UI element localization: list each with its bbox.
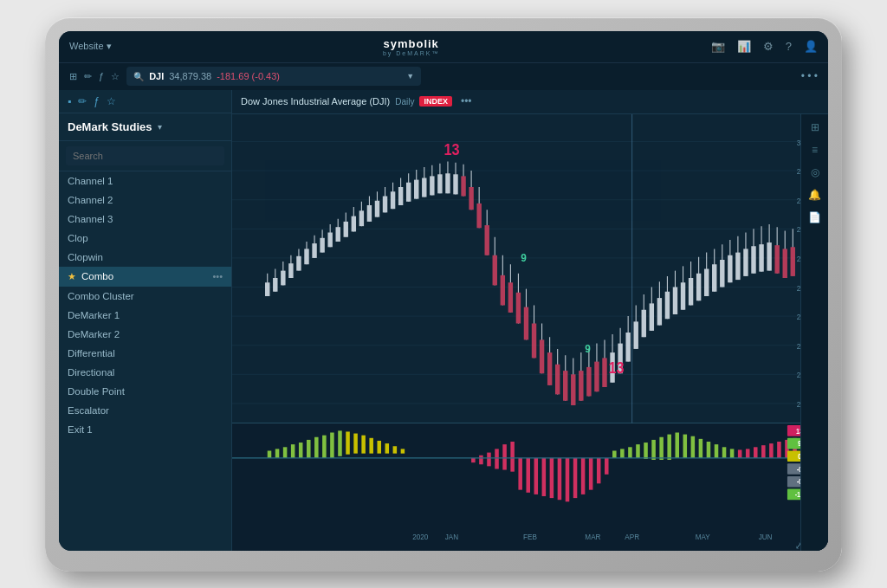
sidebar-item-label: Channel 2 [68,195,113,205]
sidebar-search-input[interactable] [66,146,224,165]
svg-rect-171 [471,457,476,462]
svg-rect-47 [398,187,403,205]
svg-rect-189 [612,450,617,457]
settings-icon[interactable]: ⚙ [763,40,774,53]
svg-rect-17 [281,270,285,285]
sidebar-item[interactable]: Directional [59,363,231,382]
func2-icon[interactable]: ƒ [94,95,100,107]
edit-icon[interactable]: ✏ [78,95,87,107]
svg-rect-73 [501,275,505,305]
svg-rect-164 [361,435,366,453]
sidebar-item[interactable]: Double Point [59,382,231,401]
sidebar-item-label: Exit 1 [68,424,93,435]
sidebar-item[interactable]: Combo Cluster [59,287,231,306]
sidebar-item[interactable]: Clopwin [59,248,231,267]
pin-icon[interactable]: ▪ [68,95,71,107]
svg-rect-198 [683,434,688,457]
sidebar-item-label: Directional [68,367,114,378]
search-pill[interactable]: 🔍 DJI 34,879.38 -181.69 (-0.43) ▼ [126,67,421,86]
svg-rect-197 [675,432,679,457]
svg-rect-67 [476,203,481,227]
svg-rect-79 [524,307,528,339]
search-bar: ⊞ ✏ ƒ ☆ 🔍 DJI 34,879.38 -181.69 (-0.43) … [59,62,828,90]
sidebar-item[interactable]: Differential [59,344,231,363]
svg-rect-77 [516,292,521,323]
layers-icon[interactable]: ⊞ [811,121,819,133]
sidebar-item[interactable]: Exit 1 [59,420,231,439]
search-icon: 🔍 [133,72,144,81]
svg-rect-204 [730,449,735,458]
sidebar-search [59,141,231,171]
toolbar-icons: ⊞ ✏ ƒ ☆ [69,71,120,82]
sidebar-item-label: Combo Cluster [68,291,134,301]
svg-rect-139 [759,244,763,272]
svg-rect-107 [633,321,638,349]
svg-rect-63 [461,176,465,196]
website-label[interactable]: Website ▾ [69,41,112,52]
user-icon[interactable]: 👤 [804,40,818,53]
sidebar-toolbar: ▪ ✏ ƒ ☆ [59,90,231,113]
nav-website[interactable]: Website ▾ [69,41,112,52]
sidebar-item[interactable]: Channel 1 [59,171,231,191]
svg-rect-61 [453,174,457,194]
chart-area: Dow Jones Industrial Average (DJI) Daily… [232,90,828,551]
svg-text:MAY: MAY [696,532,710,541]
svg-rect-131 [728,255,732,282]
svg-rect-169 [401,449,405,453]
sidebar-item[interactable]: DeMarker 1 [59,306,231,325]
svg-rect-39 [367,205,372,222]
table-icon[interactable]: ≡ [812,144,818,156]
chart-more-icon[interactable]: ••• [461,95,472,107]
svg-rect-87 [555,364,560,394]
svg-rect-191 [628,447,632,458]
dropdown-arrow[interactable]: ▼ [406,72,414,81]
svg-rect-192 [636,444,640,458]
svg-rect-154 [283,447,288,458]
cursor-icon[interactable]: ⊞ [69,71,77,82]
main-area: ▪ ✏ ƒ ☆ DeMark Studies ▾ Channel 1Channe… [59,90,828,551]
bell-icon[interactable]: 🔔 [808,189,821,201]
svg-rect-31 [335,227,340,242]
sidebar-item[interactable]: ★Combo••• [59,267,231,287]
svg-rect-91 [571,374,575,405]
svg-rect-152 [268,450,272,457]
more-icon[interactable]: ••• [212,271,223,281]
svg-rect-208 [761,445,766,458]
svg-rect-160 [330,432,334,457]
svg-rect-168 [393,446,398,453]
svg-rect-13 [265,282,269,296]
sidebar-item[interactable]: Clop [59,229,231,248]
svg-rect-186 [589,457,593,489]
fav-icon[interactable]: ☆ [107,95,116,107]
draw-icon[interactable]: ✏ [84,71,92,82]
svg-rect-97 [594,361,599,391]
sidebar-item[interactable]: DeMarker 2 [59,325,231,344]
svg-text:JUN: JUN [759,532,773,541]
sidebar-item[interactable]: Channel 3 [59,210,231,229]
more-options[interactable]: • • • [801,70,818,82]
globe-icon[interactable]: ◎ [811,166,819,178]
svg-rect-183 [566,457,570,501]
svg-rect-55 [430,176,434,195]
sidebar-item[interactable]: Channel 2 [59,191,231,210]
logo-text: symbolik [384,37,439,50]
sidebar-item-label: Channel 1 [68,176,113,186]
note-icon[interactable]: 📄 [808,211,821,223]
svg-rect-162 [346,431,350,454]
chart-icon[interactable]: 📊 [737,40,751,53]
help-icon[interactable]: ? [786,40,792,53]
svg-rect-111 [650,303,654,331]
svg-rect-176 [510,442,515,472]
svg-rect-15 [273,278,277,292]
screen: Website ▾ symbolik by DeMARK™ 📷 📊 ⚙ ? 👤 … [59,31,828,551]
sidebar-item-label: Clopwin [68,252,103,262]
camera-icon[interactable]: 📷 [711,40,725,53]
sidebar-item[interactable]: Escalator [59,401,231,420]
svg-text:JAN: JAN [445,532,458,541]
sidebar-chevron-icon[interactable]: ▾ [158,122,162,132]
svg-rect-182 [558,457,562,499]
func-icon[interactable]: ƒ [99,71,104,82]
svg-rect-81 [532,323,536,358]
star-icon[interactable]: ☆ [111,71,120,82]
svg-rect-205 [738,449,742,457]
